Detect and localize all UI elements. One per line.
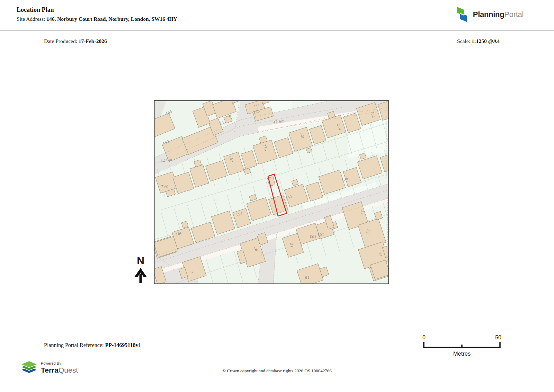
planning-portal-logo-icon xyxy=(454,6,470,24)
map-label: 103 xyxy=(310,234,316,239)
map-label: 21 xyxy=(289,243,294,248)
scale-bar-icon xyxy=(422,341,502,348)
reference-value: PP-14695118v1 xyxy=(105,342,141,348)
north-arrow-icon xyxy=(134,268,148,283)
map-label: 264 xyxy=(161,184,168,188)
reference-label: Planning Portal Reference: xyxy=(44,342,105,348)
map-canvas: 1651631551215342.0m47.6m2642522382262142… xyxy=(154,100,389,284)
page-title: Location Plan xyxy=(17,6,54,14)
site-address-label: Site Address: xyxy=(17,16,46,22)
scale-bar: 0 50 Metres xyxy=(422,335,502,357)
scale-bar-start: 0 xyxy=(422,335,426,341)
map-label: 28 xyxy=(254,247,259,252)
scale-bar-units: Metres xyxy=(422,350,502,357)
scale-label: Scale: xyxy=(457,38,472,44)
wordmark-portal: Portal xyxy=(504,10,524,19)
map-label: 19 xyxy=(378,252,383,257)
site-address: Site Address: 146, Norbury Court Road, N… xyxy=(17,16,177,22)
map-label: 101 xyxy=(317,232,324,237)
wordmark-planning: Planning xyxy=(473,10,504,19)
date-produced: Date Produced: 17-Feb-2026 xyxy=(44,38,107,44)
scale-value: 1:1250 @A4 xyxy=(472,38,500,44)
scale-note: Scale: 1:1250 @A4 xyxy=(457,38,500,44)
north-letter: N xyxy=(133,256,148,266)
date-produced-label: Date Produced: xyxy=(44,38,79,44)
site-address-value: 146, Norbury Court Road, Norbury, London… xyxy=(46,16,177,22)
planning-portal-wordmark: PlanningPortal xyxy=(473,10,524,19)
north-arrow: N xyxy=(133,256,148,283)
terraquest-powered-by: Powered By xyxy=(41,362,78,365)
crown-copyright: © Crown copyright and database rights 20… xyxy=(0,368,554,374)
planning-portal-reference: Planning Portal Reference: PP-14695118v1 xyxy=(44,342,141,348)
location-plan-map: 1651631551215342.0m47.6m2642522382262142… xyxy=(154,100,389,284)
planning-portal-logo: PlanningPortal xyxy=(454,4,524,25)
date-produced-value: 17-Feb-2026 xyxy=(79,38,107,44)
map-label: 19 xyxy=(305,275,310,280)
header-divider xyxy=(0,30,554,30)
scale-bar-end: 50 xyxy=(495,335,501,341)
